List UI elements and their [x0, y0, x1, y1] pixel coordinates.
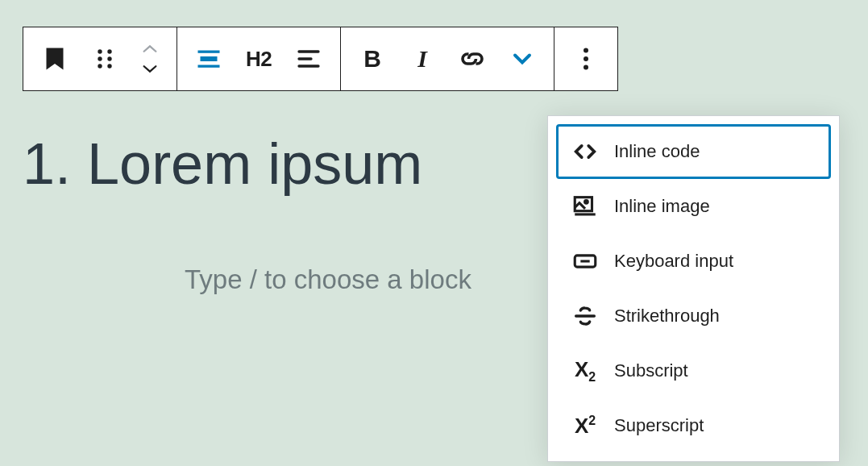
italic-button[interactable]: I	[397, 34, 447, 84]
dropdown-item-label: Superscript	[614, 415, 704, 436]
svg-point-3	[107, 56, 111, 60]
format-dropdown: Inline code Inline image Keyboard input …	[547, 115, 840, 462]
dropdown-item-label: Subscript	[614, 360, 688, 381]
drag-handle-icon[interactable]	[80, 34, 130, 84]
svg-point-4	[98, 64, 102, 68]
link-icon[interactable]	[447, 34, 497, 84]
dropdown-item-label: Inline code	[614, 141, 700, 162]
align-center-icon[interactable]	[184, 34, 234, 84]
bold-button[interactable]: B	[347, 34, 397, 84]
dropdown-item-keyboard-input[interactable]: Keyboard input	[556, 234, 831, 289]
heading-block[interactable]: 1. Lorem ipsum	[23, 131, 422, 197]
block-toolbar: H2 B I	[23, 27, 618, 91]
toolbar-group-format: B I	[340, 27, 554, 91]
svg-point-14	[584, 65, 588, 70]
more-formats-chevron-icon[interactable]	[497, 34, 547, 84]
dropdown-item-subscript[interactable]: X2 Subscript	[556, 343, 831, 398]
subscript-icon: X2	[571, 356, 600, 385]
toolbar-group-more	[554, 27, 618, 91]
image-icon	[571, 192, 600, 221]
chevron-up-icon[interactable]	[141, 44, 159, 55]
align-text-icon[interactable]	[284, 34, 334, 84]
dropdown-item-inline-code[interactable]: Inline code	[556, 124, 831, 179]
svg-rect-7	[201, 56, 218, 61]
svg-point-12	[584, 48, 588, 53]
svg-point-1	[107, 49, 111, 53]
svg-point-0	[98, 49, 102, 53]
superscript-icon: X2	[571, 411, 600, 440]
dropdown-item-label: Strikethrough	[614, 306, 720, 327]
toolbar-group-align: H2	[177, 27, 341, 91]
dropdown-item-strikethrough[interactable]: Strikethrough	[556, 289, 831, 343]
empty-block-placeholder[interactable]: Type / to choose a block	[185, 264, 471, 295]
bookmark-icon[interactable]	[30, 34, 80, 84]
svg-point-5	[107, 64, 111, 68]
code-icon	[571, 137, 600, 166]
dropdown-item-inline-image[interactable]: Inline image	[556, 179, 831, 234]
dropdown-item-label: Keyboard input	[614, 251, 733, 272]
heading-level-button[interactable]: H2	[234, 34, 284, 84]
svg-point-2	[98, 56, 102, 60]
strikethrough-icon	[571, 302, 600, 331]
svg-rect-8	[198, 65, 220, 68]
svg-point-16	[585, 200, 588, 203]
toolbar-group-block	[23, 27, 177, 91]
more-options-icon[interactable]	[561, 34, 611, 84]
block-mover[interactable]	[130, 44, 170, 74]
dropdown-item-superscript[interactable]: X2 Superscript	[556, 398, 831, 453]
svg-rect-6	[198, 51, 220, 53]
keyboard-icon	[571, 247, 600, 276]
dropdown-item-label: Inline image	[614, 196, 710, 217]
svg-point-13	[584, 56, 588, 61]
chevron-down-icon[interactable]	[141, 63, 159, 74]
